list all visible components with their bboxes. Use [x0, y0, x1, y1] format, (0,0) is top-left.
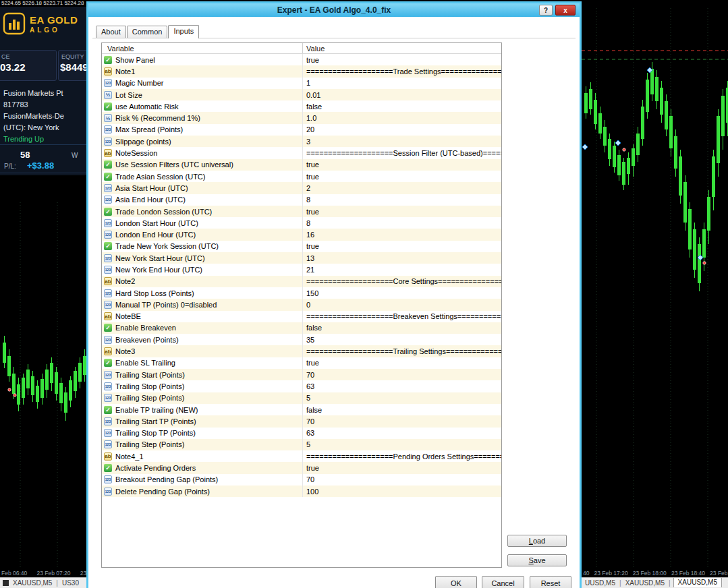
param-value[interactable]: 70	[302, 369, 501, 380]
param-name: Asia Start Hour (UTC)	[115, 184, 188, 192]
param-value[interactable]: 13	[302, 252, 501, 264]
param-value[interactable]: ====================Pending Orders Setti…	[302, 450, 501, 462]
load-button[interactable]: Load	[507, 535, 567, 547]
param-value[interactable]: 2	[302, 182, 501, 194]
param-row[interactable]: ✓Trade London Session (UTC)true	[102, 206, 501, 217]
param-row[interactable]: ✓Activate Pending Orderstrue	[102, 462, 501, 473]
param-name-cell: ✓use Automatic Risk	[102, 100, 302, 112]
param-row[interactable]: 123Max Spread (Points)20	[102, 124, 501, 136]
param-value[interactable]: 5	[302, 439, 501, 450]
param-row[interactable]: abNote2====================Core Settings…	[102, 276, 501, 287]
param-value[interactable]: 0	[302, 299, 501, 310]
param-row[interactable]: 123Hard Stop Loss (Points)150	[102, 287, 501, 299]
help-button[interactable]: ?	[539, 5, 553, 16]
param-value[interactable]: true	[302, 462, 501, 473]
param-row[interactable]: abNote3====================Trailing Sett…	[102, 345, 501, 357]
param-value[interactable]: true	[302, 159, 501, 171]
param-value[interactable]: false	[302, 100, 501, 112]
param-value[interactable]: 100	[302, 486, 501, 497]
param-value[interactable]: 1.0	[302, 112, 501, 123]
param-value[interactable]: false	[302, 322, 501, 334]
param-row[interactable]: 123Breakeven (Points)35	[102, 334, 501, 345]
param-value[interactable]: 35	[302, 334, 501, 345]
param-value[interactable]: ====================Trade Settings======…	[302, 65, 501, 77]
bool-type-icon: ✓	[104, 160, 112, 169]
param-row[interactable]: 123Delete Pending Gap (Points)100	[102, 486, 501, 497]
param-row[interactable]: 123Trailing Stop (Points)63	[102, 380, 501, 392]
param-row[interactable]: 123New York Start Hour (UTC)13	[102, 252, 501, 264]
param-row[interactable]: 123Trailing Start (Points)70	[102, 369, 501, 380]
save-button[interactable]: Save	[507, 554, 567, 566]
param-row[interactable]: abNote4_1====================Pending Ord…	[102, 450, 501, 462]
param-row[interactable]: ✓Use Session Filters (UTC universal)true	[102, 159, 501, 171]
param-value[interactable]: 3	[302, 136, 501, 147]
param-value[interactable]: true	[302, 206, 501, 217]
param-row[interactable]: ✓Enable SL Trailingtrue	[102, 357, 501, 369]
param-value[interactable]: 0.01	[302, 89, 501, 100]
int-type-icon: 123	[104, 266, 112, 274]
param-value[interactable]: true	[302, 171, 501, 182]
param-value[interactable]: 70	[302, 474, 501, 486]
param-value[interactable]: 20	[302, 124, 501, 136]
param-row[interactable]: ✓Show Paneltrue	[102, 54, 501, 65]
chart-tab[interactable]: XAUUSD,M5	[624, 579, 666, 587]
ok-button[interactable]: OK	[435, 576, 477, 588]
param-value[interactable]: 16	[302, 229, 501, 240]
param-row[interactable]: 123Manual TP (Points) 0=disabled0	[102, 299, 501, 310]
dialog-titlebar[interactable]: Expert - EA Gold Algo_4.0_fix ? x	[88, 3, 580, 17]
param-value[interactable]: 70	[302, 415, 501, 427]
tab-about[interactable]: About	[96, 26, 126, 38]
terminal-left-panel: 5224.65 5226.18 5223.71 5224.28 EA GOLD …	[0, 0, 86, 588]
param-value[interactable]: ====================Core Settings=======…	[302, 276, 501, 287]
param-value[interactable]: 8	[302, 194, 501, 206]
param-row[interactable]: 123Trailing Start TP (Points)70	[102, 415, 501, 427]
param-row[interactable]: 123New York End Hour (UTC)21	[102, 264, 501, 275]
param-row[interactable]: 123Trailing Step (Points)5	[102, 439, 501, 450]
param-value[interactable]: 21	[302, 264, 501, 275]
param-value[interactable]: false	[302, 404, 501, 415]
param-value[interactable]: true	[302, 357, 501, 369]
param-value[interactable]: ====================Breakeven Settings==…	[302, 311, 501, 322]
param-value[interactable]: true	[302, 241, 501, 252]
tab-page-border	[92, 38, 576, 38]
param-row[interactable]: 123Asia End Hour (UTC)8	[102, 194, 501, 206]
param-value[interactable]: 1	[302, 78, 501, 89]
param-row[interactable]: 123Breakout Pending Gap (Points)70	[102, 474, 501, 486]
chart-tab[interactable]: XAUUSD,M5	[11, 579, 53, 587]
param-value[interactable]: 5	[302, 392, 501, 404]
chart-tab[interactable]: US30	[61, 579, 80, 587]
param-row[interactable]: ✓Trade Asian Session (UTC)true	[102, 171, 501, 182]
param-row[interactable]: 123Magic Number1	[102, 78, 501, 89]
param-value[interactable]: 63	[302, 428, 501, 439]
param-row[interactable]: ✓Trade New York Session (UTC)true	[102, 241, 501, 252]
param-value[interactable]: 8	[302, 217, 501, 229]
pl-label: P/L:	[4, 163, 16, 170]
param-row[interactable]: ½Risk % (Recommend 1%)1.0	[102, 112, 501, 123]
tab-inputs[interactable]: Inputs	[168, 25, 199, 38]
param-value[interactable]: ====================Session Filter (UTC-…	[302, 147, 501, 158]
price-chart[interactable]	[582, 0, 728, 588]
chart-tab[interactable]: UUSD,M5	[584, 579, 617, 587]
param-value[interactable]: 150	[302, 287, 501, 299]
param-row[interactable]: 123Slippage (points)3	[102, 136, 501, 147]
param-row[interactable]: ✓Enable TP trailing (NEW)false	[102, 404, 501, 415]
param-row[interactable]: ✓use Automatic Riskfalse	[102, 100, 501, 112]
param-value[interactable]: true	[302, 54, 501, 65]
tab-common[interactable]: Common	[127, 26, 168, 38]
chart-tab[interactable]: XAUUSD,M5	[673, 577, 722, 587]
param-value[interactable]: ====================Trailing Settings===…	[302, 345, 501, 357]
reset-button[interactable]: Reset	[530, 576, 571, 588]
param-row[interactable]: 123Trailing Step (Points)5	[102, 392, 501, 404]
param-row[interactable]: 123London End Hour (UTC)16	[102, 229, 501, 240]
param-value[interactable]: 63	[302, 380, 501, 392]
param-row[interactable]: abNoteBE====================Breakeven Se…	[102, 311, 501, 322]
cancel-button[interactable]: Cancel	[482, 576, 524, 588]
param-row[interactable]: ½Lot Size0.01	[102, 89, 501, 100]
close-button[interactable]: x	[555, 5, 576, 16]
param-row[interactable]: abNoteSession====================Session…	[102, 147, 501, 158]
param-row[interactable]: ✓Enable Breakevenfalse	[102, 322, 501, 334]
param-row[interactable]: 123Asia Start Hour (UTC)2	[102, 182, 501, 194]
param-row[interactable]: abNote1====================Trade Setting…	[102, 65, 501, 77]
param-row[interactable]: 123Trailing Stop TP (Points)63	[102, 428, 501, 439]
param-row[interactable]: 123London Start Hour (UTC)8	[102, 217, 501, 229]
